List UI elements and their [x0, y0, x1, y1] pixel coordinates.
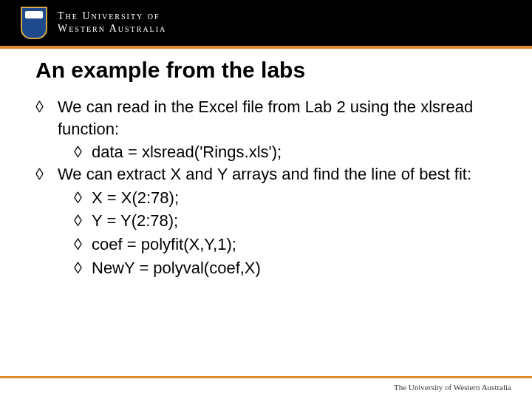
bullet-text: We can read in the Excel file from Lab 2… [58, 96, 497, 140]
bullet-text: We can extract X and Y arrays and find t… [58, 163, 497, 185]
sub-bullet-text: Y = Y(2:78); [92, 210, 497, 232]
slide-content: ◊ We can read in the Excel file from Lab… [0, 96, 532, 279]
sub-bullet-item: ◊ Y = Y(2:78); [74, 210, 497, 232]
diamond-icon: ◊ [35, 163, 58, 185]
wordmark-line1: The University of [58, 10, 166, 23]
wordmark-line2: Western Australia [58, 23, 166, 35]
diamond-icon: ◊ [35, 96, 58, 140]
diamond-icon: ◊ [74, 257, 92, 279]
sub-bullet-item: ◊ data = xlsread('Rings.xls'); [74, 141, 497, 163]
sub-bullet-text: data = xlsread('Rings.xls'); [92, 141, 497, 163]
diamond-icon: ◊ [74, 210, 92, 232]
slide-title: An example from the labs [0, 49, 532, 96]
sub-bullet-text: coef = polyfit(X,Y,1); [92, 233, 497, 256]
university-wordmark: The University of Western Australia [58, 10, 166, 35]
sub-bullet-item: ◊ coef = polyfit(X,Y,1); [74, 233, 497, 256]
header-bar: The University of Western Australia [0, 0, 532, 46]
bullet-item: ◊ We can extract X and Y arrays and find… [35, 163, 497, 185]
sub-bullet-item: ◊ NewY = polyval(coef,X) [74, 257, 497, 279]
bullet-item: ◊ We can read in the Excel file from Lab… [35, 96, 497, 140]
diamond-icon: ◊ [74, 187, 92, 209]
diamond-icon: ◊ [74, 141, 92, 163]
diamond-icon: ◊ [74, 233, 92, 256]
footer: The University of Western Australia [0, 376, 532, 399]
sub-bullet-text: X = X(2:78); [92, 187, 497, 209]
footer-text: The University of Western Australia [0, 378, 532, 399]
university-crest-icon [21, 7, 47, 39]
sub-bullet-item: ◊ X = X(2:78); [74, 187, 497, 209]
sub-bullet-text: NewY = polyval(coef,X) [92, 257, 497, 279]
